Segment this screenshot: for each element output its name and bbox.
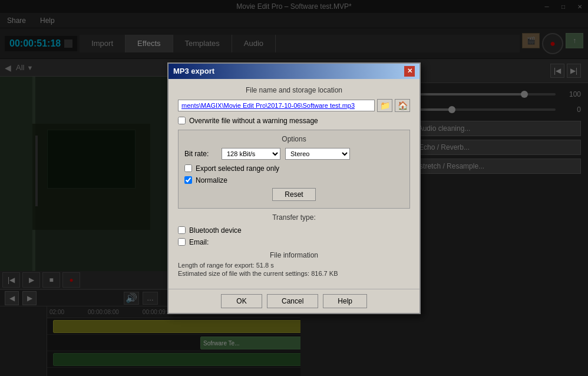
ok-button[interactable]: OK [221,294,262,308]
options-section: Options Bit rate: 64 kBit/s 128 kBit/s 1… [178,130,410,209]
folder-icon-button[interactable]: 📁 [377,99,392,112]
options-heading: Options [184,135,404,143]
file-path-row: 📁 🏠 [178,99,410,112]
help-button[interactable]: Help [323,294,367,308]
folder-icon: 📁 [380,101,390,110]
bit-rate-select[interactable]: 64 kBit/s 128 kBit/s 192 kBit/s 320 kBit… [222,148,280,160]
bluetooth-label: Bluetooth device [189,226,242,235]
modal-footer: OK Cancel Help [169,289,419,313]
bluetooth-row: Bluetooth device [178,226,410,235]
overwrite-label: Overwrite file without a warning message [189,117,318,125]
export-range-checkbox[interactable] [184,164,192,172]
home-icon: 🏠 [398,101,408,110]
mp3-export-modal: MP3 export ✕ File name and storage locat… [167,62,421,314]
cancel-button[interactable]: Cancel [267,294,318,308]
export-range-label: Export selected range only [196,164,279,173]
export-range-row: Export selected range only [184,164,404,173]
email-row: Email: [178,238,410,246]
normalize-row: Normalize [184,176,404,184]
email-label: Email: [189,238,209,246]
modal-title: MP3 export [173,67,214,75]
file-size-text: Estimated size of file with the current … [178,270,410,277]
modal-overlay: MP3 export ✕ File name and storage locat… [0,0,588,376]
modal-close-button[interactable]: ✕ [404,66,415,77]
bit-rate-label: Bit rate: [184,150,217,158]
modal-title-bar: MP3 export ✕ [169,64,419,79]
normalize-checkbox[interactable] [184,176,192,184]
stereo-select[interactable]: Mono Stereo [285,148,350,160]
overwrite-checkbox[interactable] [178,117,186,124]
email-checkbox[interactable] [178,238,186,246]
modal-body: File name and storage location 📁 🏠 Overw… [169,79,419,289]
file-path-input[interactable] [178,100,375,111]
bit-rate-row: Bit rate: 64 kBit/s 128 kBit/s 192 kBit/… [184,148,404,160]
file-length-text: Length of range for export: 51.8 s [178,262,410,269]
bluetooth-checkbox[interactable] [178,226,186,234]
overwrite-checkbox-row: Overwrite file without a warning message [178,117,410,125]
transfer-section: Transfer type: Bluetooth device Email: [178,213,410,246]
file-info-section: File information Length of range for exp… [178,251,410,277]
normalize-label: Normalize [196,176,227,184]
transfer-heading: Transfer type: [178,213,410,222]
reset-button[interactable]: Reset [272,188,315,201]
file-location-heading: File name and storage location [178,86,410,94]
file-info-heading: File information [178,251,410,259]
home-icon-button[interactable]: 🏠 [395,99,410,112]
